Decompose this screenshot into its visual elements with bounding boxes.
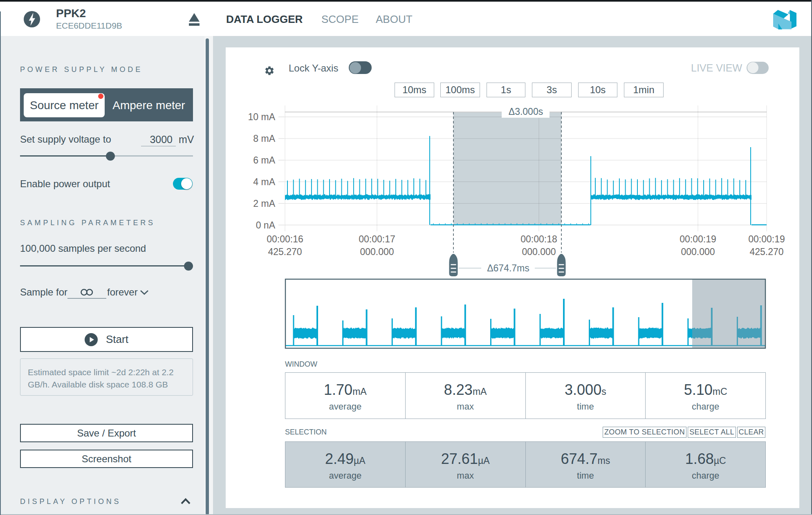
svg-text:0 nA: 0 nA <box>256 220 276 231</box>
svg-text:00:00:17: 00:00:17 <box>359 234 395 244</box>
svg-text:00:00:16: 00:00:16 <box>267 234 303 244</box>
svg-text:000.000: 000.000 <box>360 246 394 257</box>
svg-text:8 mA: 8 mA <box>253 133 275 144</box>
svg-text:00:00:19: 00:00:19 <box>748 234 785 244</box>
svg-text:00:00:18: 00:00:18 <box>520 234 557 244</box>
svg-text:6 mA: 6 mA <box>253 155 275 166</box>
svg-text:00:00:19: 00:00:19 <box>680 234 716 244</box>
svg-text:000.000: 000.000 <box>522 246 556 257</box>
svg-text:2 mA: 2 mA <box>253 198 275 209</box>
svg-text:000.000: 000.000 <box>681 246 715 257</box>
svg-text:Δ3.000s: Δ3.000s <box>509 106 543 117</box>
svg-text:425.270: 425.270 <box>749 246 783 257</box>
svg-text:4 mA: 4 mA <box>253 177 275 187</box>
svg-text:Δ674.7ms: Δ674.7ms <box>487 263 529 273</box>
svg-text:10 mA: 10 mA <box>248 112 276 122</box>
svg-text:425.270: 425.270 <box>268 246 302 257</box>
